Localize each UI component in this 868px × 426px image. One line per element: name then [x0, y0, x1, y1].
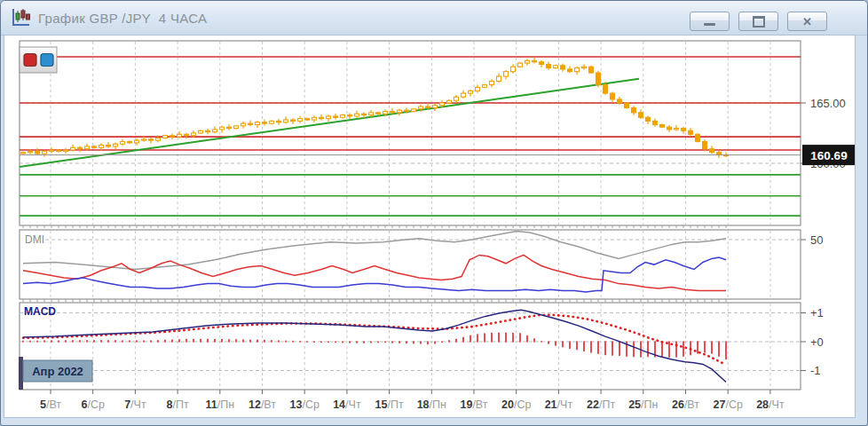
svg-text:25/Пн: 25/Пн: [628, 398, 658, 411]
macd-label: MACD: [24, 305, 56, 318]
svg-text:+0: +0: [810, 335, 824, 349]
chart-client-area: 165.00160.0050+1+0-1160.69Апр 2022DMIMAC…: [4, 35, 856, 418]
svg-text:8/Пт: 8/Пт: [167, 398, 189, 411]
svg-text:-1: -1: [810, 364, 821, 377]
svg-text:12/Вт: 12/Вт: [249, 398, 276, 411]
series-color-button-red[interactable]: [24, 54, 36, 67]
svg-text:6/Ср: 6/Ср: [81, 398, 104, 411]
window-title: График GBP /JPY 4 ЧАСА: [38, 11, 207, 26]
window-titlebar[interactable]: График GBP /JPY 4 ЧАСА ✕: [1, 1, 867, 36]
restore-button[interactable]: [738, 12, 778, 31]
close-button[interactable]: ✕: [787, 12, 827, 31]
svg-text:15/Пт: 15/Пт: [375, 398, 404, 411]
series-color-button-blue[interactable]: [41, 54, 53, 67]
chart-window: График GBP /JPY 4 ЧАСА ✕ 165.00160.0050+…: [0, 0, 868, 426]
right-axis-labels: 165.00160.0050+1+0-1: [801, 97, 846, 378]
minimize-icon: [704, 23, 715, 26]
svg-text:11/Пн: 11/Пн: [206, 398, 235, 411]
svg-text:22/Пт: 22/Пт: [587, 398, 615, 411]
svg-text:28/Чт: 28/Чт: [756, 398, 785, 411]
svg-text:20/Ср: 20/Ср: [501, 398, 531, 411]
svg-text:50: 50: [810, 233, 823, 247]
svg-text:19/Вт: 19/Вт: [460, 398, 487, 411]
close-icon: ✕: [802, 16, 812, 28]
svg-text:14/Чт: 14/Чт: [333, 398, 361, 411]
minimize-button[interactable]: [690, 12, 730, 31]
svg-text:Апр 2022: Апр 2022: [32, 365, 83, 378]
chart-legend-buttons[interactable]: [20, 47, 57, 73]
current-price-badge: 160.69: [802, 145, 855, 165]
svg-text:165.00: 165.00: [810, 97, 846, 110]
svg-text:5/Вт: 5/Вт: [40, 398, 61, 411]
svg-text:21/Чт: 21/Чт: [545, 398, 573, 411]
svg-text:13/Ср: 13/Ср: [290, 398, 320, 411]
dmi-label: DMI: [25, 233, 44, 246]
chart-canvas[interactable]: 165.00160.0050+1+0-1160.69Апр 2022DMIMAC…: [4, 36, 855, 417]
svg-text:160.69: 160.69: [810, 149, 847, 162]
svg-text:18/Пн: 18/Пн: [417, 398, 446, 411]
window-controls: ✕: [690, 12, 827, 31]
date-axis-labels: 5/Вт6/Ср7/Чт8/Пт11/Пн12/Вт13/Ср14/Чт15/П…: [40, 390, 785, 411]
svg-text:7/Чт: 7/Чт: [124, 398, 146, 411]
svg-text:+1: +1: [810, 306, 824, 320]
restore-icon: [753, 16, 765, 28]
svg-text:26/Вт: 26/Вт: [672, 398, 699, 411]
svg-text:27/Ср: 27/Ср: [714, 398, 743, 411]
candlestick-chart-icon: [10, 7, 31, 28]
